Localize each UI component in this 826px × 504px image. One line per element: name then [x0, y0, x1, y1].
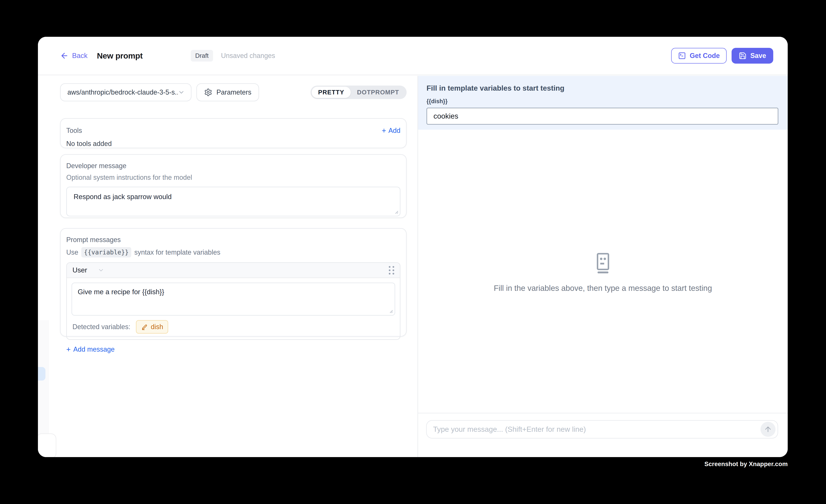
- toggle-dotprompt[interactable]: DOTPROMPT: [351, 87, 406, 98]
- template-variables-section: Fill in template variables to start test…: [418, 76, 788, 130]
- detected-variables-label: Detected variables:: [72, 323, 130, 331]
- detected-variables-row: Detected variables: dish: [67, 316, 400, 339]
- developer-message-card: Developer message Optional system instru…: [60, 154, 407, 218]
- syntax-prefix: Use: [66, 248, 78, 256]
- add-tool-button[interactable]: + Add: [382, 127, 400, 134]
- plus-icon: +: [66, 346, 71, 353]
- add-message-button[interactable]: + Add message: [66, 345, 400, 353]
- resize-handle-icon[interactable]: [395, 210, 399, 214]
- model-row: aws/anthropic/bedrock-claude-3-5-s... Pa…: [60, 83, 407, 101]
- prompt-messages-card: Prompt messages Use {{variable}} syntax …: [60, 228, 407, 337]
- chat-empty-text: Fill in the variables above, then type a…: [418, 284, 788, 293]
- test-panel: Fill in template variables to start test…: [417, 76, 788, 457]
- message-header: User: [67, 263, 400, 278]
- prompt-messages-title: Prompt messages: [66, 236, 400, 244]
- role-selector[interactable]: User: [72, 266, 104, 274]
- status-badge: Draft: [191, 50, 213, 62]
- drag-handle-icon[interactable]: [389, 266, 394, 274]
- chevron-down-icon: [178, 89, 185, 96]
- tools-card: Tools + Add No tools added: [60, 118, 407, 148]
- composer-divider: [418, 413, 788, 414]
- add-tool-label: Add: [389, 127, 400, 134]
- pencil-icon: [141, 323, 148, 330]
- model-selector-value: aws/anthropic/bedrock-claude-3-5-s...: [67, 88, 178, 96]
- user-message-textarea[interactable]: Give me a recipe for {{dish}}: [71, 282, 395, 316]
- bot-icon: [593, 252, 613, 274]
- add-message-label: Add message: [73, 345, 115, 353]
- unsaved-changes-text: Unsaved changes: [221, 52, 275, 60]
- watermark-text: Screenshot by Xnapper.com: [704, 460, 788, 467]
- parameters-label: Parameters: [217, 88, 251, 96]
- variable-dish-label: {{dish}}: [426, 98, 778, 105]
- role-selector-value: User: [72, 266, 87, 274]
- gear-icon: [204, 88, 212, 97]
- chat-composer: [426, 420, 778, 439]
- variable-chip-label: dish: [151, 323, 163, 331]
- prompt-editor-panel: aws/anthropic/bedrock-claude-3-5-s... Pa…: [38, 76, 417, 457]
- model-selector[interactable]: aws/anthropic/bedrock-claude-3-5-s...: [60, 83, 191, 101]
- template-variables-title: Fill in template variables to start test…: [426, 84, 778, 92]
- save-button[interactable]: Save: [731, 48, 773, 64]
- background-sidebar-active-item: [38, 367, 46, 381]
- format-toggle: PRETTY DOTPROMPT: [310, 85, 407, 99]
- variable-chip-dish[interactable]: dish: [136, 320, 168, 334]
- developer-message-title: Developer message: [66, 162, 400, 170]
- tools-empty-text: No tools added: [66, 140, 400, 148]
- message-block: User Give me a recipe for {{dish}} Detec…: [66, 262, 400, 340]
- arrow-left-icon: [60, 51, 69, 60]
- back-button[interactable]: Back: [60, 51, 87, 60]
- background-popover-edge: [38, 433, 56, 457]
- developer-message-subtitle: Optional system instructions for the mod…: [66, 174, 400, 181]
- chat-message-input[interactable]: [426, 420, 778, 439]
- syntax-code-chip: {{variable}}: [81, 247, 131, 257]
- get-code-button[interactable]: Get Code: [671, 48, 727, 64]
- chevron-down-icon: [98, 267, 104, 273]
- tools-title: Tools: [66, 127, 82, 134]
- arrow-up-icon: [764, 425, 772, 433]
- page-title: New prompt: [97, 51, 142, 60]
- plus-icon: +: [382, 127, 386, 134]
- header-bar: Back New prompt Draft Unsaved changes Ge…: [38, 37, 788, 75]
- developer-message-textarea[interactable]: Respond as jack sparrow would: [66, 187, 400, 216]
- syntax-hint: Use {{variable}} syntax for template var…: [66, 247, 400, 257]
- app-window: Back New prompt Draft Unsaved changes Ge…: [38, 37, 788, 457]
- chat-empty-state: Fill in the variables above, then type a…: [418, 252, 788, 293]
- back-label: Back: [72, 52, 87, 60]
- resize-handle-icon[interactable]: [389, 309, 393, 313]
- variable-dish-input[interactable]: [426, 108, 778, 125]
- parameters-button[interactable]: Parameters: [196, 83, 259, 101]
- send-button[interactable]: [761, 422, 775, 437]
- toggle-pretty[interactable]: PRETTY: [312, 87, 351, 98]
- get-code-label: Get Code: [690, 52, 720, 60]
- terminal-icon: [678, 52, 686, 60]
- save-label: Save: [750, 52, 766, 60]
- syntax-suffix: syntax for template variables: [134, 248, 220, 256]
- save-icon: [739, 52, 747, 60]
